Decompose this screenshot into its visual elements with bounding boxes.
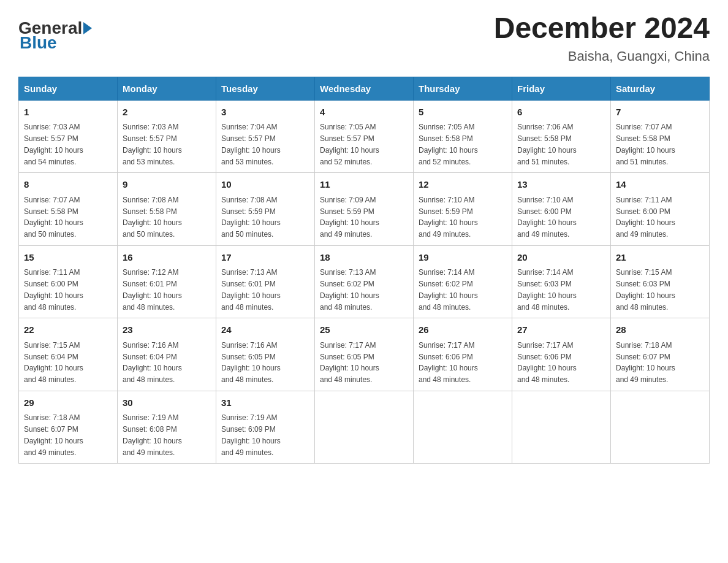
day-number: 1 <box>24 105 112 120</box>
logo: General Blue <box>18 12 93 53</box>
calendar-title: December 2024 <box>494 12 710 45</box>
day-number: 21 <box>616 251 704 265</box>
calendar-cell: 12 Sunrise: 7:10 AMSunset: 5:59 PMDaylig… <box>414 173 512 246</box>
day-number: 2 <box>123 105 211 120</box>
calendar-cell: 30 Sunrise: 7:19 AMSunset: 6:08 PMDaylig… <box>118 391 216 464</box>
day-info: Sunrise: 7:05 AMSunset: 5:58 PMDaylight:… <box>419 123 478 166</box>
day-number: 26 <box>419 323 507 337</box>
day-info: Sunrise: 7:05 AMSunset: 5:57 PMDaylight:… <box>320 123 379 166</box>
logo-blue-text: Blue <box>18 33 57 53</box>
calendar-cell: 17 Sunrise: 7:13 AMSunset: 6:01 PMDaylig… <box>216 245 315 318</box>
day-number: 9 <box>123 178 211 192</box>
day-number: 28 <box>616 323 704 337</box>
calendar-cell: 13 Sunrise: 7:10 AMSunset: 6:00 PMDaylig… <box>512 173 611 246</box>
day-info: Sunrise: 7:03 AMSunset: 5:57 PMDaylight:… <box>24 123 83 166</box>
calendar-week-5: 29 Sunrise: 7:18 AMSunset: 6:07 PMDaylig… <box>19 391 710 464</box>
day-number: 31 <box>221 396 309 410</box>
calendar-cell: 14 Sunrise: 7:11 AMSunset: 6:00 PMDaylig… <box>611 173 710 246</box>
day-number: 19 <box>419 251 507 265</box>
calendar-cell: 5 Sunrise: 7:05 AMSunset: 5:58 PMDayligh… <box>414 100 512 173</box>
calendar-cell: 6 Sunrise: 7:06 AMSunset: 5:58 PMDayligh… <box>512 100 611 173</box>
day-number: 3 <box>221 105 309 120</box>
calendar-cell: 1 Sunrise: 7:03 AMSunset: 5:57 PMDayligh… <box>19 100 118 173</box>
day-number: 11 <box>320 178 408 192</box>
logo-arrow-icon <box>83 22 92 34</box>
day-number: 7 <box>616 105 704 120</box>
calendar-week-3: 15 Sunrise: 7:11 AMSunset: 6:00 PMDaylig… <box>19 245 710 318</box>
calendar-cell: 25 Sunrise: 7:17 AMSunset: 6:05 PMDaylig… <box>315 318 414 391</box>
calendar-subtitle: Baisha, Guangxi, China <box>494 48 710 64</box>
calendar-cell: 19 Sunrise: 7:14 AMSunset: 6:02 PMDaylig… <box>414 245 512 318</box>
calendar-cell: 31 Sunrise: 7:19 AMSunset: 6:09 PMDaylig… <box>216 391 315 464</box>
calendar-cell: 7 Sunrise: 7:07 AMSunset: 5:58 PMDayligh… <box>611 100 710 173</box>
day-number: 22 <box>24 323 112 337</box>
col-monday: Monday <box>118 77 216 100</box>
calendar-cell: 26 Sunrise: 7:17 AMSunset: 6:06 PMDaylig… <box>414 318 512 391</box>
day-info: Sunrise: 7:15 AMSunset: 6:04 PMDaylight:… <box>24 341 83 384</box>
col-wednesday: Wednesday <box>315 77 414 100</box>
calendar-cell: 9 Sunrise: 7:08 AMSunset: 5:58 PMDayligh… <box>118 173 216 246</box>
calendar-cell: 10 Sunrise: 7:08 AMSunset: 5:59 PMDaylig… <box>216 173 315 246</box>
col-saturday: Saturday <box>611 77 710 100</box>
day-info: Sunrise: 7:17 AMSunset: 6:05 PMDaylight:… <box>320 341 379 384</box>
day-number: 5 <box>419 105 507 120</box>
day-info: Sunrise: 7:12 AMSunset: 6:01 PMDaylight:… <box>123 268 182 311</box>
day-number: 15 <box>24 251 112 265</box>
day-info: Sunrise: 7:07 AMSunset: 5:58 PMDaylight:… <box>24 196 83 239</box>
day-number: 17 <box>221 251 309 265</box>
calendar-body: 1 Sunrise: 7:03 AMSunset: 5:57 PMDayligh… <box>19 100 710 464</box>
day-info: Sunrise: 7:18 AMSunset: 6:07 PMDaylight:… <box>24 413 83 456</box>
calendar-week-1: 1 Sunrise: 7:03 AMSunset: 5:57 PMDayligh… <box>19 100 710 173</box>
day-number: 13 <box>517 178 605 192</box>
day-number: 8 <box>24 178 112 192</box>
col-sunday: Sunday <box>19 77 118 100</box>
col-friday: Friday <box>512 77 611 100</box>
day-number: 25 <box>320 323 408 337</box>
calendar-cell: 27 Sunrise: 7:17 AMSunset: 6:06 PMDaylig… <box>512 318 611 391</box>
col-tuesday: Tuesday <box>216 77 315 100</box>
day-number: 24 <box>221 323 309 337</box>
calendar-table: Sunday Monday Tuesday Wednesday Thursday… <box>18 77 710 464</box>
day-info: Sunrise: 7:18 AMSunset: 6:07 PMDaylight:… <box>616 341 675 384</box>
calendar-cell <box>414 391 512 464</box>
calendar-cell: 18 Sunrise: 7:13 AMSunset: 6:02 PMDaylig… <box>315 245 414 318</box>
day-info: Sunrise: 7:10 AMSunset: 6:00 PMDaylight:… <box>517 196 577 239</box>
calendar-week-2: 8 Sunrise: 7:07 AMSunset: 5:58 PMDayligh… <box>19 173 710 246</box>
day-info: Sunrise: 7:07 AMSunset: 5:58 PMDaylight:… <box>616 123 675 166</box>
title-area: December 2024 Baisha, Guangxi, China <box>494 12 710 64</box>
calendar-header: Sunday Monday Tuesday Wednesday Thursday… <box>19 77 710 100</box>
day-info: Sunrise: 7:14 AMSunset: 6:03 PMDaylight:… <box>517 268 577 311</box>
day-number: 10 <box>221 178 309 192</box>
day-number: 18 <box>320 251 408 265</box>
day-info: Sunrise: 7:19 AMSunset: 6:09 PMDaylight:… <box>221 413 281 456</box>
day-info: Sunrise: 7:16 AMSunset: 6:05 PMDaylight:… <box>221 341 281 384</box>
col-thursday: Thursday <box>414 77 512 100</box>
calendar-cell: 21 Sunrise: 7:15 AMSunset: 6:03 PMDaylig… <box>611 245 710 318</box>
calendar-cell: 15 Sunrise: 7:11 AMSunset: 6:00 PMDaylig… <box>19 245 118 318</box>
day-info: Sunrise: 7:10 AMSunset: 5:59 PMDaylight:… <box>419 196 478 239</box>
calendar-cell: 23 Sunrise: 7:16 AMSunset: 6:04 PMDaylig… <box>118 318 216 391</box>
day-number: 4 <box>320 105 408 120</box>
calendar-cell: 4 Sunrise: 7:05 AMSunset: 5:57 PMDayligh… <box>315 100 414 173</box>
day-info: Sunrise: 7:16 AMSunset: 6:04 PMDaylight:… <box>123 341 182 384</box>
day-info: Sunrise: 7:09 AMSunset: 5:59 PMDaylight:… <box>320 196 379 239</box>
calendar-cell: 20 Sunrise: 7:14 AMSunset: 6:03 PMDaylig… <box>512 245 611 318</box>
calendar-cell <box>315 391 414 464</box>
header-row: Sunday Monday Tuesday Wednesday Thursday… <box>19 77 710 100</box>
day-info: Sunrise: 7:13 AMSunset: 6:02 PMDaylight:… <box>320 268 379 311</box>
day-info: Sunrise: 7:06 AMSunset: 5:58 PMDaylight:… <box>517 123 577 166</box>
calendar-cell: 29 Sunrise: 7:18 AMSunset: 6:07 PMDaylig… <box>19 391 118 464</box>
day-number: 30 <box>123 396 211 410</box>
day-number: 6 <box>517 105 605 120</box>
day-info: Sunrise: 7:19 AMSunset: 6:08 PMDaylight:… <box>123 413 182 456</box>
calendar-cell <box>611 391 710 464</box>
day-info: Sunrise: 7:03 AMSunset: 5:57 PMDaylight:… <box>123 123 182 166</box>
day-info: Sunrise: 7:17 AMSunset: 6:06 PMDaylight:… <box>419 341 478 384</box>
day-number: 12 <box>419 178 507 192</box>
day-info: Sunrise: 7:11 AMSunset: 6:00 PMDaylight:… <box>616 196 675 239</box>
calendar-cell: 28 Sunrise: 7:18 AMSunset: 6:07 PMDaylig… <box>611 318 710 391</box>
calendar-cell: 22 Sunrise: 7:15 AMSunset: 6:04 PMDaylig… <box>19 318 118 391</box>
day-number: 16 <box>123 251 211 265</box>
calendar-cell: 3 Sunrise: 7:04 AMSunset: 5:57 PMDayligh… <box>216 100 315 173</box>
day-info: Sunrise: 7:14 AMSunset: 6:02 PMDaylight:… <box>419 268 478 311</box>
